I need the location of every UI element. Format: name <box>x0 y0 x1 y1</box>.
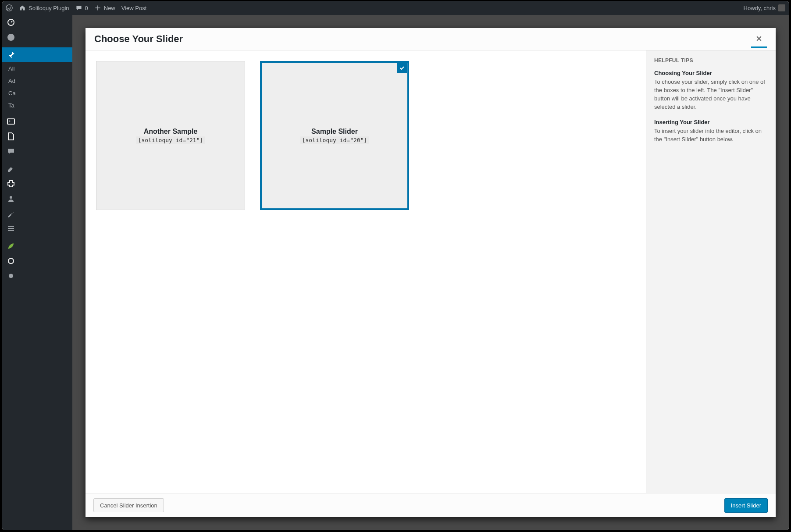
menu-custom-1[interactable] <box>2 239 72 254</box>
slider-tile-shortcode: [soliloquy id="20"] <box>300 136 369 144</box>
comments-count: 0 <box>85 5 88 11</box>
insert-slider-button-label: Insert Slider <box>731 502 761 509</box>
svg-point-11 <box>9 274 13 278</box>
helpful-tips-panel: HELPFUL TIPS Choosing Your Slider To cho… <box>646 50 776 493</box>
avatar-icon <box>778 4 785 11</box>
menu-users[interactable] <box>2 191 72 206</box>
tips-inserting-title: Inserting Your Slider <box>654 119 768 125</box>
jetpack-icon <box>7 33 15 42</box>
svg-point-5 <box>9 121 11 122</box>
page-icon <box>7 132 15 141</box>
site-name-link[interactable]: Soliloquy Plugin <box>19 4 69 11</box>
modal-footer: Cancel Slider Insertion Insert Slider <box>86 493 776 517</box>
home-icon <box>19 4 26 11</box>
svg-rect-1 <box>778 4 785 11</box>
menu-pages[interactable] <box>2 129 72 144</box>
dot-icon <box>7 271 15 280</box>
slider-tile-title: Sample Slider <box>311 128 358 136</box>
leaf-icon <box>7 242 15 250</box>
selected-checkmark <box>397 63 407 73</box>
svg-rect-8 <box>8 228 14 229</box>
wp-content-area: Choose Your Slider Another Sample [solil… <box>72 15 789 530</box>
svg-point-10 <box>8 258 14 264</box>
modal-title: Choose Your Slider <box>94 28 183 50</box>
media-icon <box>7 117 15 126</box>
tips-choosing-text: To choose your slider, simply click on o… <box>654 78 768 111</box>
cancel-button[interactable]: Cancel Slider Insertion <box>93 498 164 512</box>
wp-logo[interactable] <box>6 4 13 11</box>
menu-plugins[interactable] <box>2 176 72 191</box>
menu-custom-2[interactable] <box>2 254 72 268</box>
modal-header: Choose Your Slider <box>86 28 776 50</box>
submenu-add-new[interactable]: Ad <box>2 75 72 87</box>
menu-comments[interactable] <box>2 144 72 159</box>
tips-heading: HELPFUL TIPS <box>654 57 768 64</box>
pin-icon <box>7 50 15 59</box>
plus-icon <box>94 4 101 11</box>
menu-posts[interactable] <box>2 47 72 62</box>
dashboard-icon <box>7 18 15 27</box>
comments-link[interactable]: 0 <box>75 4 88 11</box>
slider-tile[interactable]: Sample Slider [soliloquy id="20"] <box>260 61 409 210</box>
slider-grid: Another Sample [soliloquy id="21"] Sampl… <box>86 50 646 493</box>
comment-icon <box>75 4 82 11</box>
menu-jetpack[interactable] <box>2 30 72 45</box>
choose-slider-modal: Choose Your Slider Another Sample [solil… <box>86 28 776 517</box>
svg-rect-9 <box>8 230 14 231</box>
modal-close-button[interactable] <box>751 31 767 48</box>
wordpress-icon <box>6 4 13 11</box>
submenu-categories[interactable]: Ca <box>2 87 72 99</box>
appearance-icon <box>7 164 15 173</box>
slider-tile-title: Another Sample <box>144 128 198 136</box>
wp-admin-sidebar: All Ad Ca Ta <box>2 15 72 530</box>
menu-media[interactable] <box>2 114 72 129</box>
tips-choosing-title: Choosing Your Slider <box>654 70 768 76</box>
users-icon <box>7 194 15 203</box>
howdy-account[interactable]: Howdy, chris <box>744 4 785 11</box>
menu-custom-3[interactable] <box>2 268 72 283</box>
view-post-label: View Post <box>121 5 147 11</box>
cancel-button-label: Cancel Slider Insertion <box>100 502 157 509</box>
circle-icon <box>7 257 15 265</box>
menu-settings[interactable] <box>2 221 72 236</box>
insert-slider-button[interactable]: Insert Slider <box>724 498 768 512</box>
svg-rect-4 <box>7 119 14 124</box>
plugin-icon <box>7 179 15 188</box>
new-content-link[interactable]: New <box>94 4 115 11</box>
svg-point-6 <box>10 196 12 199</box>
submenu-all-posts[interactable]: All <box>2 62 72 75</box>
submenu-tags[interactable]: Ta <box>2 99 72 111</box>
svg-rect-7 <box>8 226 14 227</box>
menu-dashboard[interactable] <box>2 15 72 30</box>
site-name-text: Soliloquy Plugin <box>29 5 69 11</box>
settings-icon <box>7 224 15 233</box>
svg-point-3 <box>7 34 14 41</box>
new-label: New <box>104 5 115 11</box>
slider-tile[interactable]: Another Sample [soliloquy id="21"] <box>96 61 245 210</box>
tips-inserting-text: To insert your slider into the editor, c… <box>654 127 768 144</box>
tools-icon <box>7 209 15 218</box>
howdy-text: Howdy, chris <box>744 5 776 11</box>
menu-tools[interactable] <box>2 206 72 221</box>
view-post-link[interactable]: View Post <box>121 5 147 11</box>
comments-icon <box>7 147 15 156</box>
slider-tile-shortcode: [soliloquy id="21"] <box>136 136 205 144</box>
menu-appearance[interactable] <box>2 161 72 176</box>
wp-admin-bar: Soliloquy Plugin 0 New View Post Howdy, … <box>2 1 789 15</box>
close-icon <box>755 35 762 42</box>
check-icon <box>399 65 405 71</box>
